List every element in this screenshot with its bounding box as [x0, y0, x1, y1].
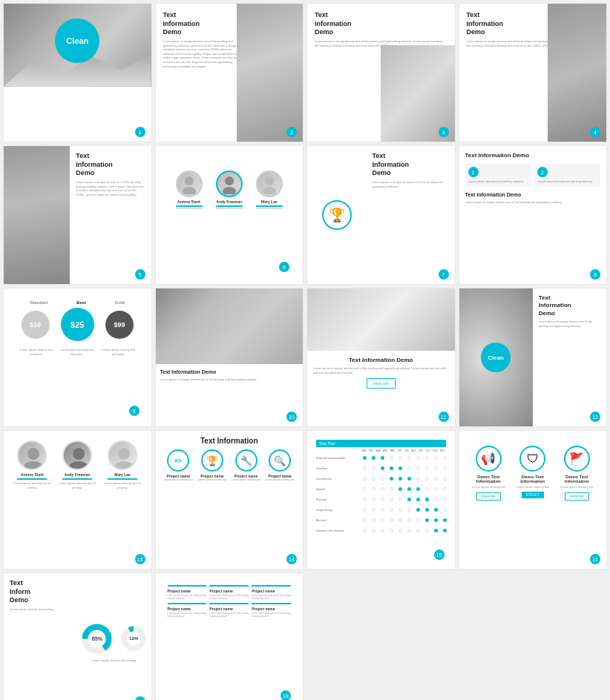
antony-bar [176, 205, 203, 207]
step-11: 11 [439, 412, 449, 422]
step-15: 15 [434, 549, 445, 560]
trophy-area: 🏆 [307, 146, 366, 284]
gantt-title: Step Plan [316, 440, 446, 447]
proj-item-2: Project name Lorem ipsum dummy text of t… [209, 585, 249, 600]
gantt-dot-filled [381, 466, 384, 470]
gantt-dot-empty [407, 456, 411, 460]
gantt-dot-empty [399, 518, 402, 522]
slide-7: 🏆 TextInformationDemo Lorem ipsum is sim… [306, 145, 456, 285]
slide-11-image [307, 288, 455, 351]
svg-point-8 [73, 448, 85, 460]
gantt-dot-empty [443, 487, 447, 491]
month-oct: OCT [425, 449, 432, 452]
slide-10-title: Text Information Demo [160, 369, 299, 375]
iconbox-2-btn[interactable]: STRUCT [522, 492, 544, 498]
gantt-row-label: Something [316, 467, 361, 470]
slide-12: Clean TextInformationDemo Lorem ipsum is… [459, 288, 608, 427]
month-dec: DEC [439, 449, 446, 452]
step-6: 6 [279, 262, 289, 272]
gantt-dot-empty [390, 487, 393, 491]
step-4: 4 [590, 127, 600, 137]
gantt-dot-filled [416, 498, 420, 501]
step-9: 9 [129, 406, 140, 416]
gantt-row-label: Design and process template [316, 457, 361, 460]
mary-name: Mary Lee [261, 199, 278, 204]
andy-name: Andy Freeman [216, 199, 242, 204]
team-member-antony: Antony Stark [176, 171, 203, 209]
mary-bar2 [256, 208, 283, 209]
iconbox-1-btn[interactable]: more info [476, 492, 501, 501]
month-apr: APR [382, 449, 389, 452]
gantt-dot-empty [372, 466, 375, 470]
step-12: 12 [590, 412, 600, 422]
slide-4-image [548, 4, 606, 142]
slide-7-body: Lorem ipsum is simply dummy text of the … [372, 180, 448, 188]
slide-14-title: Text Information [162, 437, 298, 445]
proj-item-4: Project name Lorem ipsum dummy text of t… [168, 603, 207, 618]
num-1: 1 [468, 167, 479, 177]
gantt-dot-filled [416, 508, 420, 512]
month-jan: JAN [361, 449, 367, 452]
icon-item-1: ✏ Project name Lorem ipsum dummy text [164, 449, 193, 481]
iconbox-1-icon: 📢 [476, 446, 502, 472]
proj-5-desc: Lorem ipsum dummy text of the printing i… [209, 612, 249, 618]
gantt-dot-empty [363, 498, 367, 501]
slide-3: TextInformationDemo Lorem ipsum is simpl… [306, 3, 456, 142]
gantt-dot-filled [416, 487, 420, 491]
iconbox-2-title: Demo Text Information [513, 475, 553, 483]
proj-3-name: Project name [252, 589, 291, 593]
iconbox-3-btn[interactable]: more info [565, 492, 589, 501]
gantt-dot-filled [390, 477, 393, 481]
gantt-dot-filled [381, 456, 384, 460]
svg-point-3 [223, 187, 236, 194]
gantt-dot-empty [434, 456, 438, 460]
more-info-btn-11[interactable]: more info [367, 378, 396, 389]
slide-13-team: Antony Stark Lorem ipsum dummy text of p… [3, 430, 152, 569]
gantt-dot-empty [372, 498, 375, 501]
slide-8: Text Information Demo 1 Lorem ipsum dumm… [459, 145, 608, 285]
gantt-dot-empty [372, 529, 375, 532]
proj-4-name: Project name [168, 607, 207, 611]
gantt-dot-empty [381, 529, 384, 532]
slide-2-title: TextInformationDemo [163, 11, 240, 37]
gantt-row-label: Resources [316, 498, 361, 501]
step-1: 1 [135, 127, 145, 137]
proj-4-desc: Lorem ipsum dummy text of the printing i… [168, 612, 207, 618]
month-may: MAY [390, 449, 396, 452]
gantt-dot-empty [399, 529, 402, 532]
slide-11: Text Information Demo Lorem ipsum is sim… [306, 288, 456, 427]
gantt-dot-empty [363, 508, 367, 512]
step-10: 10 [286, 412, 297, 422]
step-7: 7 [439, 269, 449, 280]
gantt-dot-empty [381, 477, 384, 481]
slide-8-title: Text Information Demo [465, 152, 601, 159]
gantt-dot-filled [425, 498, 429, 501]
gantt-dot-empty [434, 487, 438, 491]
slide-9-pricing: Standart Best Gold $10 $25 $99 Lorem ips… [3, 288, 152, 427]
gantt-dot-filled [407, 477, 411, 481]
slide-10: Text Information Demo Lorem ipsum is sim… [155, 288, 304, 427]
gantt-dot-empty [434, 466, 438, 470]
gantt-dot-empty [407, 518, 411, 522]
gantt-dot-filled [434, 508, 438, 512]
month-mar: MAR [375, 449, 381, 452]
gantt-row: Evaluation of the milestones [316, 526, 446, 535]
mary-avatar [256, 171, 283, 197]
team2-antony: Antony Stark Lorem ipsum dummy text of p… [13, 440, 50, 489]
slide-12-title: TextInformationDemo [539, 294, 600, 317]
team2-antony-name: Antony Stark [21, 472, 44, 477]
icon-item-4: 🔍 Project name Lorem ipsum dummy text [266, 449, 295, 481]
antony-avatar [176, 171, 203, 197]
team2-andy-bar [62, 478, 92, 480]
proj-item-5: Project name Lorem ipsum dummy text of t… [209, 603, 249, 618]
gantt-dot-filled [363, 456, 367, 460]
step-5: 5 [135, 269, 145, 280]
team-member-andy: Andy Freeman [216, 171, 243, 209]
gantt-dot-empty [381, 508, 384, 512]
gantt-dot-empty [416, 529, 420, 532]
gantt-row: Resources [316, 495, 446, 503]
gantt-dot-empty [363, 518, 367, 522]
icon-desc-3: Lorem ipsum dummy text [232, 478, 260, 481]
step-2: 2 [286, 127, 297, 137]
gantt-dot-empty [372, 508, 375, 512]
